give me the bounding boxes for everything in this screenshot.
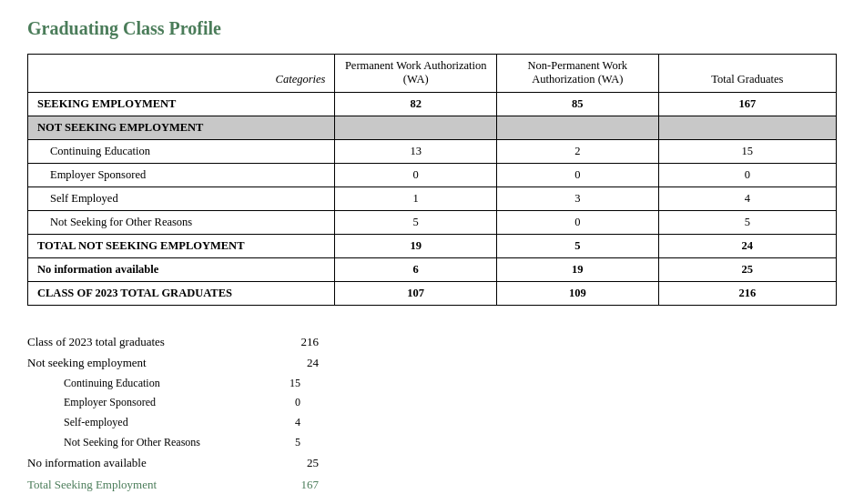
summary-sub-item: Employer Sponsored0 <box>27 393 837 413</box>
row-npwa: 109 <box>497 282 659 306</box>
row-label: TOTAL NOT SEEKING EMPLOYMENT <box>28 235 335 258</box>
sub-item-value: 0 <box>264 393 300 413</box>
row-npwa: 2 <box>497 140 659 164</box>
sub-item-label: Self-employed <box>64 413 264 433</box>
sub-item-label: Not Seeking for Other Reasons <box>64 433 264 453</box>
row-label: NOT SEEKING EMPLOYMENT <box>28 116 335 140</box>
row-label: SEEKING EMPLOYMENT <box>28 93 335 116</box>
row-label: No information available <box>28 258 335 282</box>
row-total: 5 <box>658 211 836 235</box>
summary-sub-item: Self-employed4 <box>27 413 837 433</box>
col-header-npwa: Non-Permanent Work Authorization (WA) <box>497 55 659 93</box>
row-pwa: 13 <box>335 140 497 164</box>
summary-seeking-row: Total Seeking Employment 167 <box>27 474 837 495</box>
summary-not-seeking-row: Not seeking employment 24 <box>27 352 837 373</box>
row-pwa: 82 <box>335 93 497 116</box>
row-total: 216 <box>658 282 836 306</box>
row-total: 15 <box>658 140 836 164</box>
table-row: Employer Sponsored000 <box>28 164 837 187</box>
row-label: Not Seeking for Other Reasons <box>28 211 335 235</box>
sub-item-label: Employer Sponsored <box>64 393 264 413</box>
summary-not-seeking-value: 24 <box>264 352 319 373</box>
table-row: NOT SEEKING EMPLOYMENT <box>28 116 837 140</box>
summary-total-value: 216 <box>264 331 319 352</box>
row-label: Employer Sponsored <box>28 164 335 187</box>
summary-not-seeking-label: Not seeking employment <box>27 352 264 373</box>
row-pwa: 5 <box>335 211 497 235</box>
table-row: CLASS OF 2023 TOTAL GRADUATES107109216 <box>28 282 837 306</box>
row-pwa: 19 <box>335 235 497 258</box>
row-pwa: 6 <box>335 258 497 282</box>
row-total: 167 <box>658 93 836 116</box>
row-npwa: 0 <box>497 211 659 235</box>
summary-seeking-label: Total Seeking Employment <box>27 474 264 495</box>
col-header-pwa: Permanent Work Authorization (WA) <box>335 55 497 93</box>
summary-sub-items: Continuing Education15Employer Sponsored… <box>27 374 837 452</box>
row-pwa: 107 <box>335 282 497 306</box>
col-header-total: Total Graduates <box>658 55 836 93</box>
row-pwa: 1 <box>335 187 497 211</box>
row-npwa: 85 <box>497 93 659 116</box>
row-npwa <box>497 116 659 140</box>
row-npwa: 0 <box>497 164 659 187</box>
summary-no-info-label: No information available <box>27 452 264 473</box>
summary-total-label: Class of 2023 total graduates <box>27 331 264 352</box>
summary-section: Class of 2023 total graduates 216 Not se… <box>27 331 837 495</box>
row-total: 25 <box>658 258 836 282</box>
table-row: No information available61925 <box>28 258 837 282</box>
table-row: TOTAL NOT SEEKING EMPLOYMENT19524 <box>28 235 837 258</box>
row-total <box>658 116 836 140</box>
table-row: Continuing Education13215 <box>28 140 837 164</box>
row-npwa: 19 <box>497 258 659 282</box>
row-total: 24 <box>658 235 836 258</box>
col-header-categories: Categories <box>28 55 335 93</box>
row-npwa: 5 <box>497 235 659 258</box>
summary-no-info-value: 25 <box>264 452 319 473</box>
summary-sub-item: Continuing Education15 <box>27 374 837 394</box>
row-total: 4 <box>658 187 836 211</box>
row-npwa: 3 <box>497 187 659 211</box>
summary-no-info-row: No information available 25 <box>27 452 837 473</box>
row-pwa: 0 <box>335 164 497 187</box>
table-row: SEEKING EMPLOYMENT8285167 <box>28 93 837 116</box>
sub-item-value: 15 <box>264 374 300 394</box>
summary-sub-item: Not Seeking for Other Reasons5 <box>27 433 837 453</box>
row-label: CLASS OF 2023 TOTAL GRADUATES <box>28 282 335 306</box>
table-row: Not Seeking for Other Reasons505 <box>28 211 837 235</box>
summary-total-row: Class of 2023 total graduates 216 <box>27 331 837 352</box>
sub-item-label: Continuing Education <box>64 374 264 394</box>
row-pwa <box>335 116 497 140</box>
sub-item-value: 4 <box>264 413 300 433</box>
table-row: Self Employed134 <box>28 187 837 211</box>
summary-seeking-value: 167 <box>264 474 319 495</box>
page-title: Graduating Class Profile <box>27 18 837 39</box>
row-label: Continuing Education <box>28 140 335 164</box>
row-label: Self Employed <box>28 187 335 211</box>
sub-item-value: 5 <box>264 433 300 453</box>
row-total: 0 <box>658 164 836 187</box>
graduating-class-table: Categories Permanent Work Authorization … <box>27 54 837 306</box>
